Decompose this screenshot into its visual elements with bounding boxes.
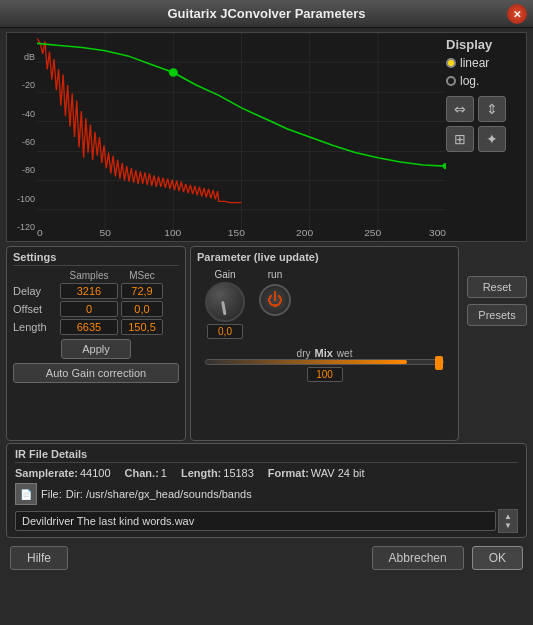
y-label-120: -120 — [7, 222, 35, 232]
knob-indicator — [221, 301, 226, 315]
gain-value[interactable]: 0,0 — [207, 324, 243, 339]
zoom-fit-v-button[interactable]: ⇕ — [478, 96, 506, 122]
chart-area: dB -20 -40 -60 -80 -100 -120 0 50 100 15… — [6, 32, 527, 242]
presets-button[interactable]: Presets — [467, 304, 527, 326]
offset-samples[interactable]: 0 — [60, 301, 118, 317]
y-label-db: dB — [7, 52, 35, 62]
y-label-80: -80 — [7, 165, 35, 175]
reset-button[interactable]: Reset — [467, 276, 527, 298]
y-label-60: -60 — [7, 137, 35, 147]
linear-label: linear — [460, 56, 489, 70]
svg-text:250: 250 — [364, 227, 382, 238]
log-label: log. — [460, 74, 479, 88]
svg-text:300: 300 — [429, 227, 446, 238]
channels-label: Chan.: — [125, 467, 159, 479]
cancel-button[interactable]: Abbrechen — [372, 546, 464, 570]
channels-value: 1 — [161, 467, 167, 479]
window-title: Guitarix JConvolver Parameters — [168, 6, 366, 21]
gain-label: Gain — [214, 269, 235, 280]
parameter-panel: Parameter (live update) Gain 0,0 run ⏻ d… — [190, 246, 459, 441]
mix-slider[interactable] — [205, 359, 444, 365]
format-value: WAV 24 bit — [311, 467, 365, 479]
power-icon: ⏻ — [267, 291, 283, 309]
length-samples[interactable]: 6635 — [60, 319, 118, 335]
mix-fill — [206, 360, 407, 364]
file-dropdown-row: Devildriver The last kind words.wav ▲ ▼ — [15, 509, 518, 533]
length-value-ir: 15183 — [223, 467, 254, 479]
right-action-buttons: Reset Presets — [467, 246, 527, 441]
apply-button[interactable]: Apply — [61, 339, 131, 359]
ir-file-row: 📄 File: Dir: /usr/share/gx_head/sounds/b… — [15, 483, 518, 505]
delay-msec[interactable]: 72,9 — [121, 283, 163, 299]
gain-control: Gain 0,0 — [205, 269, 245, 339]
ok-button[interactable]: OK — [472, 546, 523, 570]
ir-file-details: IR File Details Samplerate: 44100 Chan.:… — [6, 443, 527, 538]
arrow-down-icon: ▼ — [504, 522, 512, 530]
zoom-in-button[interactable]: ✦ — [478, 126, 506, 152]
title-bar: Guitarix JConvolver Parameters ✕ — [0, 0, 533, 28]
samplerate-label: Samplerate: — [15, 467, 78, 479]
log-option[interactable]: log. — [446, 74, 479, 88]
y-label-40: -40 — [7, 109, 35, 119]
svg-point-19 — [169, 68, 178, 76]
col-msec: MSec — [121, 270, 163, 281]
file-icon: 📄 — [15, 483, 37, 505]
file-dropdown[interactable]: Devildriver The last kind words.wav — [15, 511, 496, 531]
linear-option[interactable]: linear — [446, 56, 489, 70]
log-radio[interactable] — [446, 76, 456, 86]
file-label: File: — [41, 488, 62, 500]
svg-text:100: 100 — [164, 227, 182, 238]
auto-gain-button[interactable]: Auto Gain correction — [13, 363, 179, 383]
y-label-100: -100 — [7, 194, 35, 204]
y-axis: dB -20 -40 -60 -80 -100 -120 — [7, 43, 37, 241]
offset-label: Offset — [13, 303, 57, 315]
svg-text:150: 150 — [228, 227, 246, 238]
parameter-title: Parameter (live update) — [197, 251, 452, 263]
settings-title: Settings — [13, 251, 179, 266]
wet-label: wet — [337, 348, 353, 359]
zoom-fit-h-button[interactable]: ⇔ — [446, 96, 474, 122]
run-label: run — [268, 269, 282, 280]
arrow-up-icon: ▲ — [504, 513, 512, 521]
ir-info-row: Samplerate: 44100 Chan.: 1 Length: 15183… — [15, 467, 518, 479]
col-samples: Samples — [60, 270, 118, 281]
delay-label: Delay — [13, 285, 57, 297]
settings-panel: Settings Samples MSec Delay 3216 72,9 Of… — [6, 246, 186, 441]
format-label: Format: — [268, 467, 309, 479]
samplerate-value: 44100 — [80, 467, 111, 479]
gain-knob[interactable] — [205, 282, 245, 322]
close-button[interactable]: ✕ — [507, 4, 527, 24]
run-section: run ⏻ — [259, 269, 291, 316]
svg-text:50: 50 — [99, 227, 111, 238]
bottom-right-buttons: Abbrechen OK — [372, 546, 523, 570]
frequency-chart: 0 50 100 150 200 250 300 — [37, 33, 446, 241]
mix-label: Mix — [315, 347, 333, 359]
svg-text:0: 0 — [37, 227, 43, 238]
offset-msec[interactable]: 0,0 — [121, 301, 163, 317]
run-button[interactable]: ⏻ — [259, 284, 291, 316]
length-label-ir: Length: — [181, 467, 221, 479]
length-label: Length — [13, 321, 57, 333]
mix-thumb[interactable] — [435, 356, 443, 370]
y-label-20: -20 — [7, 80, 35, 90]
mix-value[interactable]: 100 — [307, 367, 343, 382]
dropdown-arrow-button[interactable]: ▲ ▼ — [498, 509, 518, 533]
mix-section: dry Mix wet 100 — [197, 347, 452, 382]
file-dir: Dir: /usr/share/gx_head/sounds/bands — [66, 488, 252, 500]
display-buttons: ⇔ ⇕ ⊞ ✦ — [446, 96, 506, 152]
display-panel: Display linear log. ⇔ ⇕ ⊞ ✦ — [442, 33, 522, 154]
svg-text:200: 200 — [296, 227, 314, 238]
help-button[interactable]: Hilfe — [10, 546, 68, 570]
bottom-bar: Hilfe Abbrechen OK — [0, 540, 533, 576]
delay-samples[interactable]: 3216 — [60, 283, 118, 299]
svg-point-20 — [443, 163, 446, 169]
display-title: Display — [446, 37, 492, 52]
dry-label: dry — [297, 348, 311, 359]
ir-section-title: IR File Details — [15, 448, 518, 463]
linear-radio[interactable] — [446, 58, 456, 68]
length-msec[interactable]: 150,5 — [121, 319, 163, 335]
zoom-out-button[interactable]: ⊞ — [446, 126, 474, 152]
